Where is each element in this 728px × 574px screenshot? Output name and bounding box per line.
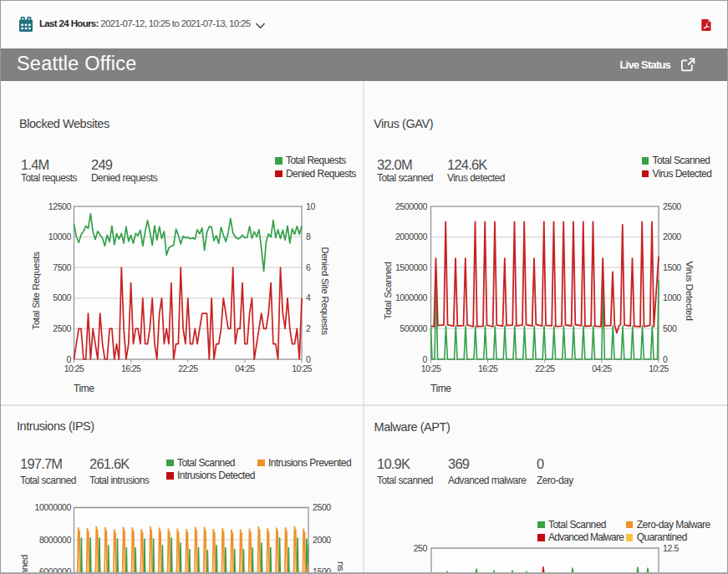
svg-text:0: 0 bbox=[663, 354, 668, 364]
svg-text:Total Site Requests: Total Site Requests bbox=[31, 251, 41, 330]
svg-text:1500: 1500 bbox=[663, 262, 681, 272]
svg-text:0: 0 bbox=[67, 354, 72, 364]
svg-text:04:25: 04:25 bbox=[592, 363, 612, 373]
svg-text:5000: 5000 bbox=[53, 292, 71, 302]
svg-text:1500000: 1500000 bbox=[395, 262, 428, 272]
svg-text:8: 8 bbox=[306, 231, 311, 241]
svg-text:10:25: 10:25 bbox=[292, 363, 312, 373]
svg-text:ns: ns bbox=[336, 561, 346, 571]
svg-text:2: 2 bbox=[306, 323, 311, 333]
svg-text:22:25: 22:25 bbox=[535, 363, 555, 373]
svg-text:Time: Time bbox=[430, 383, 451, 394]
svg-text:12500: 12500 bbox=[48, 201, 72, 211]
svg-text:12.5: 12.5 bbox=[663, 543, 679, 553]
svg-text:7500: 7500 bbox=[53, 262, 71, 272]
svg-text:1000000: 1000000 bbox=[395, 292, 428, 302]
svg-text:Time: Time bbox=[74, 383, 94, 394]
svg-text:Total Scanned: Total Scanned bbox=[19, 555, 29, 574]
svg-text:10:25: 10:25 bbox=[64, 363, 84, 373]
svg-text:10: 10 bbox=[306, 201, 315, 211]
svg-text:10:25: 10:25 bbox=[649, 363, 669, 373]
svg-text:10000: 10000 bbox=[48, 231, 72, 241]
svg-text:6000000: 6000000 bbox=[39, 566, 72, 574]
svg-text:22:25: 22:25 bbox=[178, 363, 198, 373]
svg-text:0: 0 bbox=[306, 354, 311, 364]
svg-text:2500000: 2500000 bbox=[395, 201, 428, 211]
svg-text:4: 4 bbox=[306, 292, 311, 302]
svg-text:0: 0 bbox=[423, 354, 428, 364]
svg-text:2000: 2000 bbox=[663, 231, 681, 241]
svg-text:04:25: 04:25 bbox=[235, 363, 255, 373]
svg-text:500: 500 bbox=[663, 323, 677, 333]
svg-text:Denied Site Requests: Denied Site Requests bbox=[320, 246, 330, 335]
svg-text:1000: 1000 bbox=[663, 292, 681, 302]
svg-text:16:25: 16:25 bbox=[121, 363, 141, 373]
svg-text:10000000: 10000000 bbox=[34, 502, 71, 512]
svg-text:500000: 500000 bbox=[400, 323, 427, 333]
svg-text:8000000: 8000000 bbox=[39, 535, 72, 545]
svg-text:6: 6 bbox=[306, 262, 311, 272]
svg-text:2500: 2500 bbox=[663, 201, 681, 211]
svg-text:16:25: 16:25 bbox=[478, 363, 498, 373]
svg-text:Virus Detected: Virus Detected bbox=[685, 261, 695, 320]
svg-text:2000: 2000 bbox=[313, 535, 331, 545]
svg-text:10:25: 10:25 bbox=[421, 363, 441, 373]
svg-text:Total Scanned: Total Scanned bbox=[383, 262, 393, 320]
svg-text:2000000: 2000000 bbox=[395, 231, 428, 241]
svg-text:2500: 2500 bbox=[53, 323, 71, 333]
svg-text:2500: 2500 bbox=[313, 502, 331, 512]
svg-text:250: 250 bbox=[414, 543, 428, 553]
svg-text:1500: 1500 bbox=[313, 566, 331, 574]
